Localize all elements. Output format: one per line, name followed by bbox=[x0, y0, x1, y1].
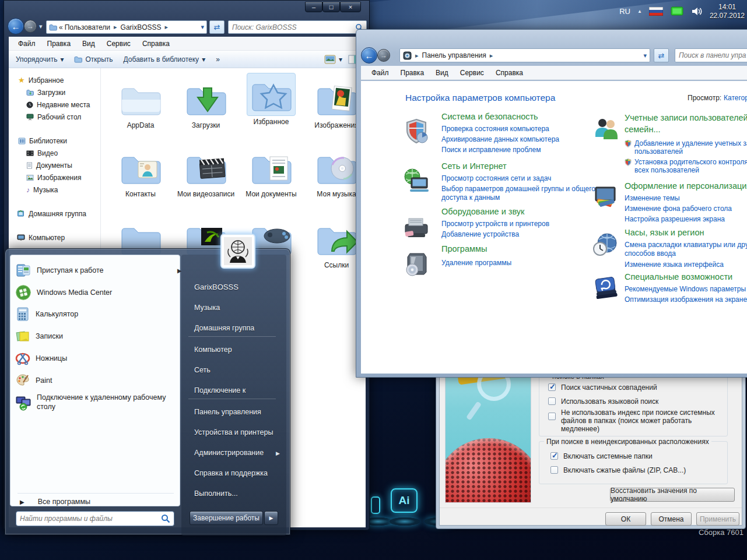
checkbox-label[interactable]: Не использовать индекс при поиске систем… bbox=[561, 408, 731, 433]
menu-item-snipping-tool[interactable]: Ножницы bbox=[15, 351, 67, 366]
place-help-support[interactable]: Справка и поддержка bbox=[194, 469, 268, 477]
category-system-security-icon[interactable] bbox=[403, 118, 430, 147]
sidebar-item-video[interactable]: Видео bbox=[9, 147, 100, 159]
category-title[interactable]: Часы, язык и регион bbox=[625, 228, 747, 237]
tray-expand-icon[interactable]: ▲ bbox=[637, 9, 642, 14]
restore-defaults-button[interactable]: Восстановить значения по умолчанию bbox=[610, 488, 735, 502]
shutdown-options-button[interactable]: ▶ bbox=[264, 511, 278, 525]
checkbox-label[interactable]: Включать системные папки bbox=[563, 452, 653, 460]
category-clock-region-icon[interactable] bbox=[592, 231, 620, 260]
breadcrumb-user-folder[interactable]: GarixBOSSS bbox=[121, 23, 162, 31]
ok-button[interactable]: ОК bbox=[605, 512, 646, 526]
menu-tools[interactable]: Сервис bbox=[454, 66, 490, 79]
menu-item-paint[interactable]: Paint bbox=[15, 373, 52, 388]
checkbox-compressed-files[interactable] bbox=[550, 466, 558, 476]
close-button[interactable]: × bbox=[340, 2, 361, 12]
folder-tile-appdata[interactable]: AppData bbox=[109, 76, 172, 130]
category-hardware-icon[interactable] bbox=[403, 214, 430, 243]
organize-button[interactable]: Упорядочить▾ bbox=[16, 55, 64, 64]
cp-link[interactable]: Рекомендуемые Windows параметры bbox=[625, 285, 747, 293]
checkbox-label[interactable]: Поиск частичных совпадений bbox=[561, 383, 657, 392]
menu-file[interactable]: Файл bbox=[12, 37, 41, 50]
cp-link[interactable]: Смена раскладки клавиатуры или других сп… bbox=[625, 241, 747, 258]
menu-file[interactable]: Файл bbox=[366, 66, 395, 79]
start-search[interactable] bbox=[16, 511, 174, 526]
menu-help[interactable]: Справка bbox=[136, 37, 176, 50]
place-administration[interactable]: Администрирование bbox=[194, 449, 264, 457]
all-programs[interactable]: ▶ Все программы bbox=[20, 498, 90, 506]
search-icon[interactable] bbox=[161, 514, 170, 523]
user-avatar[interactable] bbox=[220, 234, 255, 269]
language-indicator[interactable]: RU bbox=[619, 7, 630, 16]
maximize-button[interactable]: □ bbox=[322, 2, 340, 12]
sidebar-item-downloads[interactable]: Загрузки bbox=[9, 86, 100, 98]
cp-link[interactable]: Оптимизация изображения на экране bbox=[625, 295, 747, 304]
checkbox-label[interactable]: Использовать языковой поиск bbox=[561, 397, 658, 406]
toolbar-overflow-button[interactable]: » bbox=[216, 55, 220, 64]
folder-tile-videos[interactable]: Мои видеозаписи bbox=[174, 145, 237, 199]
sidebar-item-homegroup[interactable]: Домашняя группа bbox=[9, 207, 100, 220]
explorer-search[interactable] bbox=[228, 20, 367, 34]
cp-link[interactable]: Изменение темы bbox=[625, 194, 747, 202]
sidebar-item-favorites[interactable]: ★ Избранное bbox=[9, 74, 100, 86]
explorer-search-input[interactable] bbox=[229, 22, 355, 33]
checkbox-natural-language[interactable] bbox=[548, 397, 556, 407]
menu-item-media-center[interactable]: Windows Media Center bbox=[15, 284, 112, 301]
menu-view[interactable]: Вид bbox=[430, 66, 454, 79]
sidebar-item-documents[interactable]: Документы bbox=[9, 159, 100, 171]
minimize-button[interactable]: – bbox=[305, 2, 322, 12]
menu-tools[interactable]: Сервис bbox=[101, 37, 136, 50]
category-programs-icon[interactable] bbox=[403, 250, 430, 279]
open-button[interactable]: Открыть bbox=[74, 55, 113, 64]
desktop-dock-icon-ai[interactable]: Ai bbox=[391, 488, 418, 513]
refresh-button[interactable]: ⇄ bbox=[209, 20, 225, 34]
place-devices-printers[interactable]: Устройства и принтеры bbox=[194, 428, 273, 436]
cp-link[interactable]: Поиск и исправление проблем bbox=[441, 146, 634, 154]
russian-flag-icon[interactable] bbox=[649, 7, 663, 16]
checkbox-label[interactable]: Включать сжатые файлы (ZIP, CAB...) bbox=[563, 466, 686, 474]
cp-search-input[interactable] bbox=[675, 50, 747, 61]
category-title[interactable]: Учетные записи пользователей и семейн... bbox=[625, 112, 747, 135]
category-title[interactable]: Сеть и Интернет bbox=[441, 161, 634, 171]
cp-link[interactable]: Добавление и удаление учетных записей по… bbox=[634, 139, 747, 156]
menu-item-getting-started[interactable]: Приступая к работе ▶ bbox=[15, 262, 103, 279]
menu-item-sticky-notes[interactable]: Записки bbox=[15, 329, 63, 344]
user-name[interactable]: GarixBOSSS bbox=[194, 283, 239, 291]
folder-tile-downloads[interactable]: Загрузки bbox=[174, 76, 237, 130]
place-network[interactable]: Сеть bbox=[194, 366, 211, 374]
cp-link[interactable]: Изменение языка интерфейса bbox=[625, 260, 747, 269]
menu-edit[interactable]: Правка bbox=[395, 66, 430, 79]
view-by-value[interactable]: Категория bbox=[724, 94, 747, 102]
address-bar[interactable]: ▸ Панель управления ▸ ▾ bbox=[399, 48, 650, 62]
menu-edit[interactable]: Правка bbox=[41, 37, 77, 50]
nav-history-dropdown[interactable]: ▾ bbox=[39, 23, 43, 30]
address-bar[interactable]: « Пользователи ▸ GarixBOSSS ▸ ▾ bbox=[46, 20, 207, 34]
category-ease-icon[interactable] bbox=[592, 276, 620, 305]
add-to-library-button[interactable]: Добавить в библиотеку▾ bbox=[124, 55, 206, 64]
menu-view[interactable]: Вид bbox=[76, 37, 101, 50]
sidebar-item-desktop[interactable]: Рабочий стол bbox=[9, 111, 100, 123]
back-button[interactable]: ← bbox=[361, 47, 377, 64]
menu-item-calculator[interactable]: Калькулятор bbox=[15, 307, 78, 322]
menu-help[interactable]: Справка bbox=[490, 66, 529, 79]
folder-tile-favorites[interactable]: Избранное bbox=[240, 73, 303, 126]
cp-link[interactable]: Просмотр состояния сети и задач bbox=[441, 174, 634, 182]
shield-link[interactable]: Добавление и удаление учетных записей по… bbox=[625, 139, 747, 156]
views-button[interactable]: ▾ bbox=[324, 55, 342, 64]
address-dropdown-icon[interactable]: ▾ bbox=[643, 52, 647, 59]
category-users-icon[interactable] bbox=[592, 117, 620, 146]
apply-button[interactable]: Применить bbox=[696, 512, 739, 526]
place-music[interactable]: Музыка bbox=[194, 304, 220, 312]
sidebar-item-recent[interactable]: Недавние места bbox=[9, 98, 100, 111]
chevron-right-icon[interactable]: ▸ bbox=[110, 23, 121, 31]
network-icon[interactable] bbox=[670, 6, 684, 16]
category-title[interactable]: Оформление и персонализация bbox=[625, 181, 747, 191]
shutdown-button[interactable]: Завершение работы bbox=[190, 511, 263, 525]
place-run[interactable]: Выполнить... bbox=[194, 489, 238, 498]
category-personalization-icon[interactable] bbox=[592, 185, 620, 214]
category-title[interactable]: Специальные возможности bbox=[625, 272, 747, 281]
chevron-right-icon[interactable]: ▸ bbox=[162, 23, 172, 31]
breadcrumb-control-panel[interactable]: Панель управления bbox=[422, 51, 486, 59]
cp-link[interactable]: Настройка разрешения экрана bbox=[625, 215, 747, 223]
place-homegroup[interactable]: Домашняя группа bbox=[194, 324, 254, 332]
